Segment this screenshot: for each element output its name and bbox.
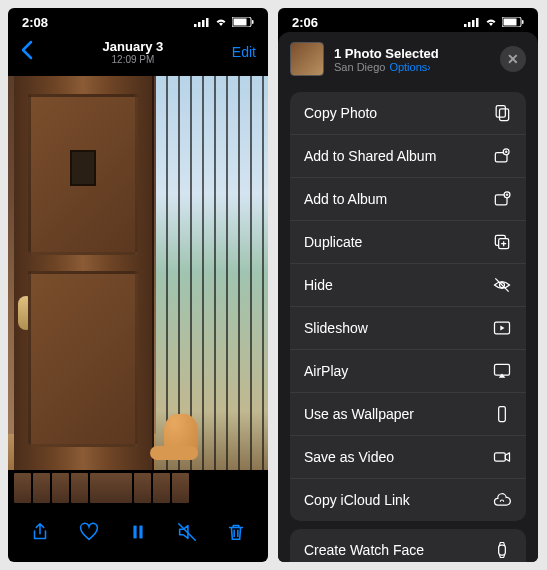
share-header: 1 Photo Selected San Diego Options› ✕ <box>278 32 538 84</box>
status-time: 2:08 <box>22 15 48 30</box>
pause-button[interactable] <box>124 518 152 546</box>
wallpaper-icon <box>492 404 512 424</box>
thumb-item[interactable] <box>172 473 189 503</box>
svg-rect-14 <box>504 19 517 26</box>
action-wallpaper[interactable]: Use as Wallpaper <box>290 393 526 436</box>
header-time: 12:09 PM <box>103 54 164 65</box>
chevron-right-icon: › <box>427 62 430 73</box>
action-group-2: Create Watch Face Save to Files Assign t… <box>290 529 526 562</box>
status-indicators <box>194 17 254 27</box>
video-icon <box>492 447 512 467</box>
signal-icon <box>194 17 210 27</box>
photo-door <box>14 76 154 470</box>
svg-rect-7 <box>133 526 136 539</box>
status-bar: 2:06 <box>278 8 538 32</box>
thumb-item[interactable] <box>33 473 50 503</box>
svg-rect-11 <box>472 20 475 27</box>
svg-rect-6 <box>252 20 254 24</box>
status-indicators <box>464 17 524 27</box>
hide-icon <box>492 275 512 295</box>
thumbnail-strip[interactable] <box>8 470 268 506</box>
action-duplicate[interactable]: Duplicate <box>290 221 526 264</box>
share-title: 1 Photo Selected <box>334 46 490 61</box>
thumb-item[interactable] <box>71 473 88 503</box>
action-group-1: Copy Photo Add to Shared Album Add to Al… <box>290 92 526 521</box>
photo-viewport[interactable] <box>8 76 268 470</box>
shared-album-icon <box>492 146 512 166</box>
back-button[interactable] <box>20 38 34 66</box>
svg-rect-3 <box>206 18 209 27</box>
action-add-album[interactable]: Add to Album <box>290 178 526 221</box>
signal-icon <box>464 17 480 27</box>
svg-rect-15 <box>522 20 524 24</box>
share-button[interactable] <box>26 518 54 546</box>
photo-window <box>156 76 268 470</box>
share-location: San Diego <box>334 61 385 73</box>
album-icon <box>492 189 512 209</box>
svg-rect-0 <box>194 24 197 27</box>
action-slideshow[interactable]: Slideshow <box>290 307 526 350</box>
icloud-icon <box>492 490 512 510</box>
mute-button[interactable] <box>173 518 201 546</box>
thumb-item[interactable] <box>52 473 69 503</box>
thumb-item[interactable] <box>14 473 31 503</box>
svg-rect-17 <box>500 109 509 121</box>
edit-button[interactable]: Edit <box>232 44 256 60</box>
action-add-shared-album[interactable]: Add to Shared Album <box>290 135 526 178</box>
bottom-toolbar <box>8 506 268 558</box>
svg-rect-28 <box>495 453 506 461</box>
airplay-icon <box>492 361 512 381</box>
photo-cat <box>164 414 198 456</box>
wifi-icon <box>214 17 228 27</box>
battery-icon <box>502 17 524 27</box>
svg-rect-2 <box>202 20 205 27</box>
action-airplay[interactable]: AirPlay <box>290 350 526 393</box>
svg-rect-12 <box>476 18 479 27</box>
thumb-item[interactable] <box>153 473 170 503</box>
watch-icon <box>492 540 512 560</box>
battery-icon <box>232 17 254 27</box>
status-time: 2:06 <box>292 15 318 30</box>
copy-photo-icon <box>492 103 512 123</box>
thumb-current[interactable] <box>90 473 132 503</box>
slideshow-icon <box>492 318 512 338</box>
svg-rect-10 <box>468 22 471 27</box>
svg-rect-9 <box>464 24 467 27</box>
photo-header: January 3 12:09 PM Edit <box>8 32 268 76</box>
svg-rect-5 <box>234 19 247 26</box>
svg-rect-16 <box>496 106 505 118</box>
close-icon: ✕ <box>507 51 519 67</box>
action-copy-photo[interactable]: Copy Photo <box>290 92 526 135</box>
svg-rect-27 <box>499 407 506 422</box>
action-save-video[interactable]: Save as Video <box>290 436 526 479</box>
action-icloud-link[interactable]: Copy iCloud Link <box>290 479 526 521</box>
svg-rect-29 <box>499 545 506 555</box>
action-hide[interactable]: Hide <box>290 264 526 307</box>
close-button[interactable]: ✕ <box>500 46 526 72</box>
duplicate-icon <box>492 232 512 252</box>
status-bar: 2:08 <box>8 8 268 32</box>
action-watch-face[interactable]: Create Watch Face <box>290 529 526 562</box>
share-thumbnail[interactable] <box>290 42 324 76</box>
svg-rect-1 <box>198 22 201 27</box>
favorite-button[interactable] <box>75 518 103 546</box>
wifi-icon <box>484 17 498 27</box>
share-options-button[interactable]: Options› <box>389 61 430 73</box>
header-title: January 3 12:09 PM <box>103 39 164 65</box>
header-date: January 3 <box>103 39 164 54</box>
trash-button[interactable] <box>222 518 250 546</box>
photos-app-screen: 2:08 January 3 12:09 PM Edit <box>8 8 268 562</box>
thumb-item[interactable] <box>134 473 151 503</box>
share-sheet-screen: 2:06 1 Photo Selected San Diego Options›… <box>278 8 538 562</box>
svg-rect-8 <box>139 526 142 539</box>
